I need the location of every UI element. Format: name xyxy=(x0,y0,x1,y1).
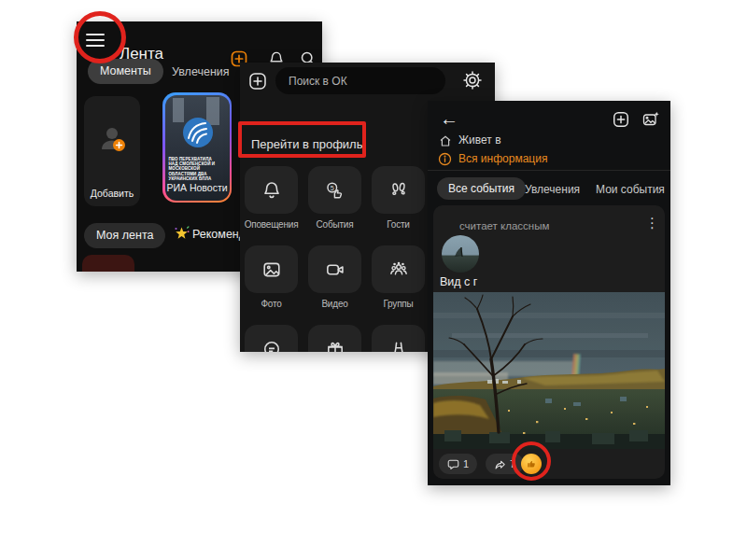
tab-hobbies[interactable]: Увлечения xyxy=(525,183,580,196)
tab-moments[interactable]: Моменты xyxy=(88,59,163,84)
story-ria-card[interactable]: ПВО ПЕРЕХВАТИЛА НАД СМОЛЕНСКОЙ И МОСКОВС… xyxy=(162,92,232,203)
comments-count: 1 xyxy=(463,458,469,469)
events-icon: 5 xyxy=(324,179,346,202)
divider xyxy=(428,170,670,171)
go-to-profile-link[interactable]: Перейти в профиль xyxy=(251,137,362,151)
tile-photos[interactable]: Фото xyxy=(245,245,298,309)
gift-icon xyxy=(324,338,346,353)
search-input[interactable] xyxy=(275,67,445,94)
story-ria-label: РИА Новости xyxy=(165,182,230,193)
feed-post-peek xyxy=(82,255,134,272)
bell-icon xyxy=(261,179,283,202)
tile-partial-messages[interactable] xyxy=(245,325,298,352)
shares-count: 7 xyxy=(510,458,515,469)
share-arrow-icon xyxy=(494,458,506,470)
tile-notifications[interactable]: Оповещения xyxy=(245,166,298,230)
groups-icon xyxy=(388,259,410,281)
share-button[interactable]: 7 xyxy=(486,454,524,474)
thumb-up-icon xyxy=(526,458,537,469)
story-ria-caption: ПВО ПЕРЕХВАТИЛА НАД СМОЛЕНСКОЙ И МОСКОВС… xyxy=(169,157,218,182)
settings-gear-icon[interactable] xyxy=(461,69,484,91)
video-camera-icon xyxy=(324,259,346,281)
story-add-label: Добавить xyxy=(84,188,140,199)
chat-bubble-icon xyxy=(261,338,283,353)
like-class-button[interactable] xyxy=(521,454,542,474)
photo-icon xyxy=(261,259,283,281)
comment-bubble-icon xyxy=(447,458,459,470)
filter-my-feed[interactable]: Моя лента xyxy=(84,223,165,248)
tile-guests[interactable]: Гости xyxy=(372,166,425,230)
post-header-text: считает классным xyxy=(459,220,549,231)
tile-partial-meetings[interactable] xyxy=(372,325,425,352)
all-info-link[interactable]: Вся информация xyxy=(458,152,547,165)
comments-button[interactable]: 1 xyxy=(439,454,477,474)
ria-logo-icon xyxy=(181,116,215,149)
svg-text:5: 5 xyxy=(330,183,333,191)
avatar[interactable] xyxy=(442,235,479,273)
tile-groups[interactable]: Группы xyxy=(372,245,425,309)
profile-screen: ← Живет в Вся информация Все события Увл… xyxy=(428,101,670,485)
tile-events[interactable]: 5 События xyxy=(308,166,361,230)
hamburger-menu-icon[interactable] xyxy=(86,34,105,47)
post-title: Вид с г xyxy=(440,275,477,288)
tile-partial-gifts[interactable] xyxy=(308,325,361,352)
info-icon xyxy=(438,152,452,166)
tab-my-events[interactable]: Мои события xyxy=(596,183,665,196)
kebab-menu-icon[interactable]: ⋮ xyxy=(645,215,659,231)
post-photo[interactable] xyxy=(433,292,665,449)
story-add-card[interactable]: Добавить xyxy=(84,96,140,206)
legs-icon xyxy=(388,338,410,353)
lives-in-label: Живет в xyxy=(458,133,501,147)
post-card: считает классным ⋮ Вид с г xyxy=(433,205,665,479)
tab-all-events[interactable]: Все события xyxy=(437,177,526,200)
sparkle-star-icon xyxy=(174,226,190,242)
add-post-icon[interactable] xyxy=(247,71,268,91)
person-silhouette-icon xyxy=(96,122,128,154)
tile-video[interactable]: Видео xyxy=(308,245,361,309)
add-photo-sparkle-icon[interactable] xyxy=(641,110,660,129)
tab-hobbies[interactable]: Увлечения xyxy=(172,65,230,78)
back-arrow-icon[interactable]: ← xyxy=(440,108,458,130)
footprints-icon xyxy=(388,179,410,202)
add-post-icon[interactable] xyxy=(612,110,630,129)
annotated-screenshot-collage: Лента Моменты Увлечения Добавить xyxy=(0,0,747,560)
home-icon xyxy=(439,134,452,147)
